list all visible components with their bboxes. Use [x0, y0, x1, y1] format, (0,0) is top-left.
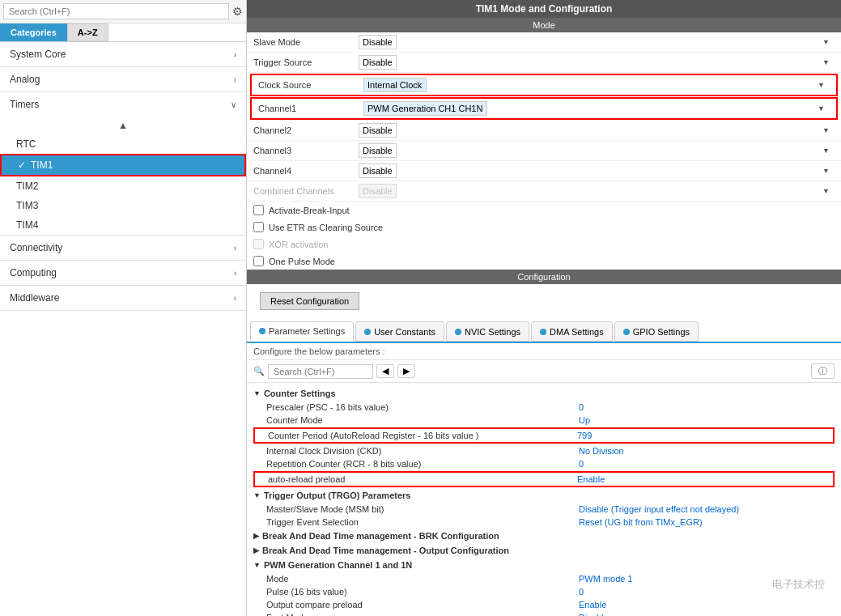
channel4-label: Channel4 [253, 166, 359, 176]
search-next-button[interactable]: ▶ [397, 364, 415, 378]
sidebar-item-system-core[interactable]: System Core › [0, 42, 246, 66]
channel3-select[interactable]: Disable [359, 143, 397, 158]
nav-group-analog: Analog › [0, 67, 246, 92]
params-description: Configure the below parameters : [253, 346, 385, 356]
channel1-label: Channel1 [258, 104, 363, 113]
sidebar-item-tim3[interactable]: TIM3 [0, 196, 246, 215]
activate-break-input-checkbox[interactable] [253, 205, 264, 215]
prescaler-value: 0 [579, 402, 822, 412]
sidebar-tabs: Categories A->Z [0, 23, 246, 42]
mode-section-header: Mode [247, 18, 841, 32]
slave-mode-select[interactable]: Disable [359, 35, 397, 49]
dot-icon [540, 329, 546, 335]
xor-activation-checkbox[interactable] [253, 239, 264, 249]
sidebar-top-bar: ⚙ [0, 0, 246, 23]
search-prev-button[interactable]: ◀ [376, 364, 394, 378]
sidebar-item-analog[interactable]: Analog › [0, 67, 246, 91]
auto-reload-preload-value: Enable [577, 474, 820, 484]
rtc-label: RTC [16, 138, 36, 150]
trigger-source-row: Trigger Source Disable [247, 53, 841, 73]
info-button[interactable]: ⓘ [811, 363, 835, 379]
sidebar-search-input[interactable] [3, 3, 229, 19]
channel3-label: Channel3 [253, 146, 359, 155]
break-dead-time-brk-group[interactable]: ▶ Break And Dead Time management - BRK C… [253, 529, 835, 543]
use-etr-label: Use ETR as Clearing Source [269, 223, 383, 232]
config-section: Configuration Reset Configuration Parame… [247, 270, 841, 616]
scroll-up-button[interactable]: ▲ [118, 120, 128, 131]
counter-period-row: Counter Period (AutoReload Register - 16… [253, 427, 835, 444]
params-header: Configure the below parameters : [247, 343, 841, 360]
one-pulse-checkbox[interactable] [253, 256, 264, 266]
arrow-down-icon: ▼ [253, 491, 261, 499]
settings-gear-icon[interactable]: ⚙ [232, 5, 243, 18]
tab-parameter-settings[interactable]: Parameter Settings [250, 321, 354, 342]
sidebar-item-tim1[interactable]: ✓ TIM1 [0, 154, 246, 176]
nav-group-computing: Computing › [0, 261, 246, 286]
scroll-controls: ▲ [0, 117, 246, 134]
tab-dma-settings-label: DMA Settings [550, 327, 604, 337]
trigger-source-label: Trigger Source [253, 57, 359, 67]
ckd-value: No Division [579, 446, 822, 456]
prescaler-row: Prescaler (PSC - 16 bits value) 0 [253, 401, 835, 414]
sidebar-item-tim2[interactable]: TIM2 [0, 176, 246, 196]
chevron-right-icon: › [234, 75, 236, 84]
fast-mode-value: Disable [579, 613, 822, 616]
combined-channels-select[interactable]: Disable [359, 184, 397, 198]
channel2-row: Channel2 Disable [247, 121, 841, 141]
nav-group-timers: Timers ∨ ▲ RTC ✓ TIM1 TIM2 [0, 92, 246, 236]
tim2-label: TIM2 [16, 181, 38, 192]
one-pulse-label: One Pulse Mode [269, 257, 335, 266]
fast-mode-name: Fast Mode [266, 613, 579, 616]
counter-settings-group[interactable]: ▼ Counter Settings [253, 386, 835, 401]
auto-reload-preload-name: auto-reload preload [268, 474, 577, 484]
trigger-source-select[interactable]: Disable [359, 55, 397, 70]
pwm-channel-group[interactable]: ▼ PWM Generation Channel 1 and 1N [253, 558, 835, 572]
counter-period-value: 799 [577, 431, 820, 440]
slave-mode-label: Slave Mode [253, 37, 359, 47]
sidebar-item-timers[interactable]: Timers ∨ [0, 92, 246, 117]
chevron-right-icon: › [234, 50, 236, 59]
channel3-select-wrapper: Disable [359, 143, 835, 158]
tab-gpio-settings[interactable]: GPIO Settings [614, 321, 699, 342]
use-etr-checkbox[interactable] [253, 222, 264, 232]
chevron-right-icon: › [234, 244, 236, 253]
config-tabs: Parameter Settings User Constants NVIC S… [247, 318, 841, 343]
sidebar-item-tim4[interactable]: TIM4 [0, 215, 246, 235]
reset-configuration-button[interactable]: Reset Configuration [260, 292, 359, 310]
tab-gpio-settings-label: GPIO Settings [633, 327, 690, 337]
tab-user-constants[interactable]: User Constants [355, 321, 444, 342]
tab-nvic-settings[interactable]: NVIC Settings [446, 321, 529, 342]
sidebar-item-middleware[interactable]: Middleware › [0, 286, 246, 310]
trigger-event-selection-value: Reset (UG bit from TIMx_EGR) [579, 517, 822, 527]
combined-channels-select-wrapper: Disable [359, 184, 835, 198]
counter-period-name: Counter Period (AutoReload Register - 16… [268, 431, 577, 440]
tab-dma-settings[interactable]: DMA Settings [531, 321, 613, 342]
break-dead-time-output-group[interactable]: ▶ Break And Dead Time management - Outpu… [253, 543, 835, 558]
config-section-header: Configuration [247, 270, 841, 284]
channel2-select[interactable]: Disable [359, 123, 397, 138]
dot-icon [455, 329, 461, 335]
sidebar-item-connectivity[interactable]: Connectivity › [0, 236, 246, 260]
repetition-counter-value: 0 [579, 459, 822, 469]
params-search-input[interactable] [268, 364, 373, 379]
channel1-select[interactable]: PWM Generation CH1 CH1N [363, 101, 487, 116]
pwm-mode-name: Mode [266, 574, 579, 584]
slave-mode-select-wrapper: Disable [359, 35, 835, 49]
xor-activation-row: XOR activation [247, 236, 841, 253]
fast-mode-row: Fast Mode Disable [253, 611, 835, 616]
tab-atoz[interactable]: A->Z [67, 23, 108, 41]
channel2-label: Channel2 [253, 125, 359, 135]
sidebar-item-rtc[interactable]: RTC [0, 134, 246, 154]
tab-categories[interactable]: Categories [0, 23, 67, 41]
nav-group-connectivity: Connectivity › [0, 236, 246, 261]
use-etr-row: Use ETR as Clearing Source [247, 219, 841, 236]
channel4-select[interactable]: Disable [359, 164, 397, 178]
channel1-row: Channel1 PWM Generation CH1 CH1N [250, 97, 838, 120]
nav-group-middleware: Middleware › [0, 286, 246, 311]
params-search-bar: 🔍 ◀ ▶ ⓘ [247, 360, 841, 383]
sidebar-item-computing[interactable]: Computing › [0, 261, 246, 285]
clock-source-select[interactable]: Internal Clock [363, 78, 427, 92]
clock-source-select-wrapper: Internal Clock [363, 78, 830, 92]
trigger-output-group[interactable]: ▼ Trigger Output (TRGO) Parameters [253, 488, 835, 503]
output-compare-preload-name: Output compare preload [266, 600, 579, 610]
